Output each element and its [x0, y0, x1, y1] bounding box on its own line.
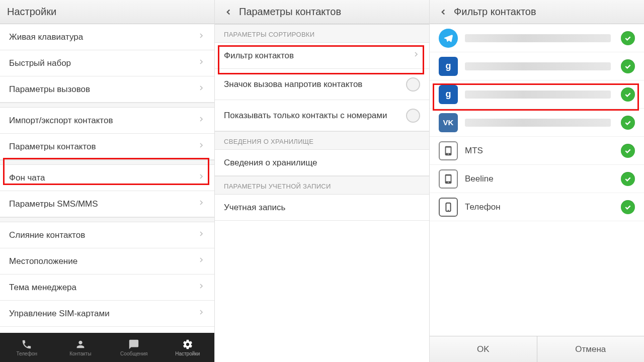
- message-icon: [128, 339, 139, 350]
- cancel-button[interactable]: Отмена: [537, 336, 645, 362]
- item-location[interactable]: Местоположение: [0, 248, 214, 275]
- chevron-right-icon: [197, 230, 205, 240]
- toggle-off-icon[interactable]: [406, 77, 420, 92]
- page-title: Параметры контактов: [239, 6, 341, 18]
- item-only-numbers-toggle[interactable]: Показывать только контакты с номерами: [215, 100, 429, 131]
- check-icon[interactable]: [621, 31, 635, 45]
- settings-pane: Настройки Живая клавиатура Быстрый набор…: [0, 0, 215, 362]
- chevron-right-icon: [197, 308, 205, 319]
- account-vk[interactable]: VK: [430, 109, 644, 137]
- nav-contacts[interactable]: Контакты: [54, 333, 108, 362]
- ok-button[interactable]: OK: [430, 336, 537, 362]
- google-icon: g: [439, 57, 458, 76]
- contact-filter-pane: Фильтр контактов g g VK: [430, 0, 644, 362]
- account-beeline[interactable]: Beeline: [430, 165, 644, 193]
- sim-icon: [439, 169, 458, 189]
- header-settings: Настройки: [0, 0, 214, 24]
- item-storage-info[interactable]: Сведения о хранилище: [215, 150, 429, 176]
- section-sort: ПАРАМЕТРЫ СОРТИРОВКИ: [215, 24, 429, 43]
- item-call-icon-toggle[interactable]: Значок вызова напротив контактов: [215, 69, 429, 100]
- phone-icon: [21, 339, 32, 350]
- back-button[interactable]: [222, 6, 235, 19]
- redacted-label: [465, 90, 611, 99]
- toggle-off-icon[interactable]: [406, 109, 420, 123]
- account-label: Beeline: [465, 174, 621, 184]
- header-contact-params: Параметры контактов: [215, 0, 429, 24]
- check-icon[interactable]: [621, 200, 635, 214]
- page-title: Настройки: [7, 6, 56, 18]
- item-chat-bg[interactable]: Фон чата: [0, 165, 214, 191]
- redacted-label: [465, 62, 611, 70]
- chevron-right-icon: [197, 115, 205, 126]
- section-storage: СВЕДЕНИЯ О ХРАНИЛИЩЕ: [215, 131, 429, 150]
- item-contact-filter[interactable]: Фильтр контактов: [215, 43, 429, 69]
- account-google-2[interactable]: g: [430, 80, 644, 109]
- chevron-right-icon: [197, 282, 205, 293]
- check-icon[interactable]: [621, 172, 635, 186]
- account-google-1[interactable]: g: [430, 52, 644, 80]
- back-button[interactable]: [437, 6, 450, 19]
- account-label: MTS: [465, 146, 621, 156]
- bottom-nav: Телефон Контакты Сообщения Настройки: [0, 333, 214, 362]
- gear-icon: [182, 339, 193, 350]
- check-icon[interactable]: [621, 116, 635, 130]
- vk-icon: VK: [439, 113, 458, 132]
- item-theme[interactable]: Тема менеджера: [0, 275, 214, 301]
- google-icon: g: [439, 85, 458, 104]
- nav-messages[interactable]: Сообщения: [107, 333, 161, 362]
- chevron-right-icon: [197, 172, 205, 183]
- item-sms-mms[interactable]: Параметры SMS/MMS: [0, 191, 214, 217]
- account-label: Телефон: [465, 202, 621, 212]
- redacted-label: [465, 34, 611, 42]
- nav-settings[interactable]: Настройки: [161, 333, 215, 362]
- item-sim-manage[interactable]: Управление SIM-картами: [0, 301, 214, 327]
- redacted-label: [465, 119, 611, 127]
- sim-icon: [439, 141, 458, 160]
- chevron-right-icon: [197, 84, 205, 95]
- section-account: ПАРАМЕТРЫ УЧЕТНОЙ ЗАПИСИ: [215, 176, 429, 195]
- chevron-right-icon: [197, 199, 205, 209]
- check-icon[interactable]: [621, 87, 635, 102]
- telegram-icon: [439, 29, 458, 48]
- item-contact-params[interactable]: Параметры контактов: [0, 134, 214, 160]
- nav-phone[interactable]: Телефон: [0, 333, 54, 362]
- account-telegram[interactable]: [430, 24, 644, 52]
- item-speed-dial[interactable]: Быстрый набор: [0, 50, 214, 76]
- settings-list: Живая клавиатура Быстрый набор Параметры…: [0, 24, 214, 362]
- check-icon[interactable]: [621, 59, 635, 73]
- item-account[interactable]: Учетная запись: [215, 195, 429, 221]
- account-mts[interactable]: MTS: [430, 137, 644, 165]
- header-contact-filter: Фильтр контактов: [430, 0, 644, 24]
- chevron-right-icon: [197, 256, 205, 266]
- chevron-right-icon: [197, 32, 205, 42]
- item-merge-contacts[interactable]: Слияние контактов: [0, 222, 214, 248]
- item-call-params[interactable]: Параметры вызовов: [0, 76, 214, 103]
- contact-params-list: ПАРАМЕТРЫ СОРТИРОВКИ Фильтр контактов Зн…: [215, 24, 429, 362]
- check-icon[interactable]: [621, 144, 635, 158]
- item-import-export[interactable]: Импорт/экспорт контактов: [0, 108, 214, 134]
- person-icon: [75, 339, 86, 350]
- chevron-right-icon: [197, 141, 205, 152]
- item-live-keyboard[interactable]: Живая клавиатура: [0, 24, 214, 50]
- chevron-right-icon: [412, 50, 420, 61]
- page-title: Фильтр контактов: [454, 6, 536, 18]
- chevron-right-icon: [197, 58, 205, 68]
- phone-device-icon: [439, 198, 458, 217]
- dialog-buttons: OK Отмена: [430, 336, 644, 362]
- account-phone[interactable]: Телефон: [430, 193, 644, 221]
- account-list: g g VK MTS: [430, 24, 644, 336]
- contact-params-pane: Параметры контактов ПАРАМЕТРЫ СОРТИРОВКИ…: [215, 0, 430, 362]
